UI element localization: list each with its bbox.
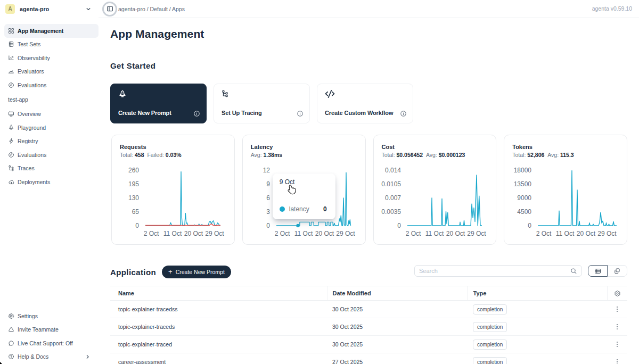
svg-text:0: 0 [397, 222, 401, 229]
svg-text:195: 195 [128, 180, 139, 188]
svg-text:130: 130 [128, 194, 139, 202]
svg-text:18000: 18000 [514, 167, 532, 174]
svg-text:29 Oct: 29 Oct [467, 230, 486, 237]
svg-text:29 Oct: 29 Oct [336, 230, 355, 237]
svg-text:20 Oct: 20 Oct [184, 230, 203, 237]
svg-text:11 Oct: 11 Oct [556, 230, 575, 237]
svg-text:20 Oct: 20 Oct [446, 230, 465, 237]
svg-text:260: 260 [128, 167, 139, 174]
svg-text:65: 65 [132, 208, 140, 216]
svg-text:4500: 4500 [518, 208, 532, 216]
svg-text:9: 9 [266, 180, 270, 188]
svg-text:0: 0 [528, 222, 532, 229]
svg-text:0: 0 [135, 222, 139, 229]
svg-text:2 Oct: 2 Oct [144, 230, 159, 237]
svg-text:6: 6 [266, 194, 270, 202]
svg-text:3: 3 [266, 208, 270, 216]
svg-text:20 Oct: 20 Oct [577, 230, 596, 237]
svg-text:9000: 9000 [518, 194, 532, 202]
svg-text:29 Oct: 29 Oct [598, 230, 617, 237]
svg-text:2 Oct: 2 Oct [536, 230, 552, 237]
svg-text:12: 12 [263, 167, 270, 174]
svg-text:11 Oct: 11 Oct [294, 230, 313, 237]
svg-text:20 Oct: 20 Oct [315, 230, 334, 237]
svg-text:29 Oct: 29 Oct [205, 230, 224, 237]
svg-text:0.0105: 0.0105 [381, 180, 401, 188]
svg-text:2 Oct: 2 Oct [274, 230, 290, 237]
svg-text:0.0035: 0.0035 [381, 208, 401, 216]
svg-text:2 Oct: 2 Oct [405, 230, 421, 237]
svg-text:0.007: 0.007 [384, 194, 400, 202]
svg-text:11 Oct: 11 Oct [163, 230, 182, 237]
svg-text:11 Oct: 11 Oct [425, 230, 444, 237]
svg-text:13500: 13500 [514, 180, 532, 188]
svg-text:0: 0 [266, 222, 270, 229]
svg-text:0.014: 0.014 [384, 167, 400, 174]
